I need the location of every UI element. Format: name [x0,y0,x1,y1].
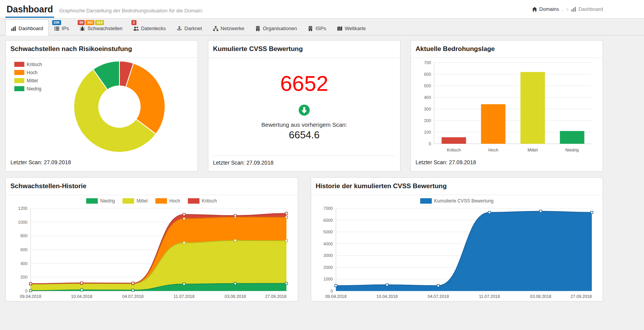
svg-text:Niedrig: Niedrig [27,86,41,92]
svg-text:1000: 1000 [323,277,332,281]
cvss-history-area-chart: 0100020003000400050006000700009.04.20181… [316,204,598,301]
threat-bar-chart: 0100200300400500600700KritischHochMittel… [416,58,597,155]
svg-text:0: 0 [330,289,332,293]
tab-isps[interactable]: ISPs [302,19,331,36]
anchor-icon [177,26,182,31]
svg-text:10.04.2018: 10.04.2018 [376,294,397,299]
breadcrumb: Domains . > Dashboard [532,6,603,12]
cvss-history-chart-legend: Kumulierte CVSS Bewertung [311,198,603,204]
svg-text:09.04.2018: 09.04.2018 [20,294,41,299]
top-card-row: Schwachstellen nach Risikoeinstufung Kri… [5,40,603,172]
legend-item[interactable]: Hoch [155,198,180,204]
svg-text:6000: 6000 [323,218,332,223]
svg-text:Hoch: Hoch [488,148,498,152]
card-title: Historie der kumulierten CVSS Bewertung [311,178,603,195]
svg-text:500: 500 [424,83,431,88]
legend-item[interactable]: Kumulierte CVSS Bewertung [420,198,494,204]
svg-text:Kritisch: Kritisch [447,148,461,152]
sitemap-icon [213,26,218,31]
last-scan-label: Letzter Scan: 27.09.2018 [6,155,198,171]
card-title: Kumulierte CVSS Bewertung [208,41,400,58]
tab-label: Organisationen [263,26,297,31]
legend-label: Kritisch [202,198,217,204]
bug-icon [80,26,85,31]
tab-badge: 2 [131,20,136,25]
page-subtitle: Graphische Darstellung der Bedrohungssit… [59,8,203,18]
history-stacked-area-chart: 02004006008001000120009.04.201810.04.201… [10,204,293,301]
svg-text:Kritisch: Kritisch [27,62,42,67]
legend-item[interactable]: Kritisch [188,198,217,204]
svg-text:04.07.2018: 04.07.2018 [122,294,143,299]
svg-text:800: 800 [20,233,27,238]
legend-color-box [123,198,134,204]
legend-item[interactable]: Mittel [123,198,148,204]
svg-text:100: 100 [424,130,431,134]
svg-text:27.09.2018: 27.09.2018 [265,294,286,299]
legend-label: Niedrig [100,198,115,204]
svg-text:5000: 5000 [323,230,332,234]
svg-text:600: 600 [20,247,27,252]
home-icon [532,7,537,12]
cvss-value: 6652 [280,73,329,94]
svg-text:200: 200 [424,118,431,123]
main-content: Schwachstellen nach Risikoeinstufung Kri… [5,40,603,301]
svg-text:2000: 2000 [323,265,332,270]
tab-label: ISPs [315,26,326,31]
card-threat-level: Aktuelle Bedrohungslage 0100200300400500… [411,40,603,172]
card-risk-distribution: Schwachstellen nach Risikoeinstufung Kri… [5,40,198,172]
legend-item[interactable]: Niedrig [86,198,115,204]
breadcrumb-domains[interactable]: Domains [532,6,559,12]
card-title: Schwachstellen-Historie [6,178,298,195]
svg-text:Niedrig: Niedrig [566,148,579,152]
tab-badge: 206 [52,20,61,25]
card-title: Aktuelle Bedrohungslage [411,41,603,58]
svg-text:03.08.2018: 03.08.2018 [225,294,246,299]
svg-text:1200: 1200 [18,206,27,211]
history-chart-legend: NiedrigMittelHochKritisch [6,198,298,204]
breadcrumb-dashboard-label: Dashboard [578,6,603,12]
tab-organisationen[interactable]: Organisationen [250,19,302,36]
building-icon [255,26,261,31]
svg-text:Mittel: Mittel [27,78,38,83]
bar-chart-icon [11,26,16,31]
tab-badge: 619 [95,20,104,25]
svg-text:400: 400 [20,261,27,266]
legend-label: Kumulierte CVSS Bewertung [434,198,494,204]
cvss-body: 6652 Bewertung aus vorherigem Scan: 6654… [208,58,400,155]
card-cvss-score: Kumulierte CVSS Bewertung 6652 Bewertung… [208,40,400,172]
building-icon [308,26,313,31]
svg-text:400: 400 [424,95,431,100]
card-vulnerability-history: Schwachstellen-Historie NiedrigMittelHoc… [5,177,298,301]
svg-text:0: 0 [429,141,431,146]
tab-badges: 56341619 [78,20,104,25]
svg-text:700: 700 [424,60,431,65]
svg-text:300: 300 [424,107,431,111]
tab-ips[interactable]: 206 IPs [49,19,75,36]
tab-label: Darknet [184,26,202,31]
svg-text:11.07.2018: 11.07.2018 [479,294,500,299]
breadcrumb-domain-dot: . [562,6,563,12]
tab-label: Schwachstellen [87,26,122,31]
tab-dashboard[interactable]: Dashboard [5,19,49,36]
tab-badges: 206 [52,20,61,25]
breadcrumb-dashboard[interactable]: Dashboard [571,6,603,12]
tab-badge: 341 [85,20,94,25]
svg-text:1000: 1000 [18,220,27,225]
svg-text:7000: 7000 [323,206,332,211]
tab-label: Dashboard [19,26,43,31]
svg-text:11.07.2018: 11.07.2018 [174,294,194,299]
svg-text:Mittel: Mittel [528,148,538,152]
card-title: Schwachstellen nach Risikoeinstufung [6,41,198,58]
list-icon [54,26,60,31]
arrow-down-circle-icon [298,104,310,116]
bar-chart-icon [571,7,576,12]
page-title: Dashboard [5,2,54,18]
tab-datenlecks[interactable]: 2 Datenlecks [128,19,171,36]
tab-weltkarte[interactable]: Weltkarte [332,19,371,36]
page-header: Dashboard Graphische Darstellung der Bed… [0,0,644,19]
tab-netzwerke[interactable]: Netzwerke [208,19,250,36]
title-wrap: Dashboard Graphische Darstellung der Bed… [5,2,203,18]
tab-darknet[interactable]: Darknet [171,19,208,36]
map-icon [337,26,342,31]
tab-schwachstellen[interactable]: 56341619 Schwachstellen [74,19,128,36]
